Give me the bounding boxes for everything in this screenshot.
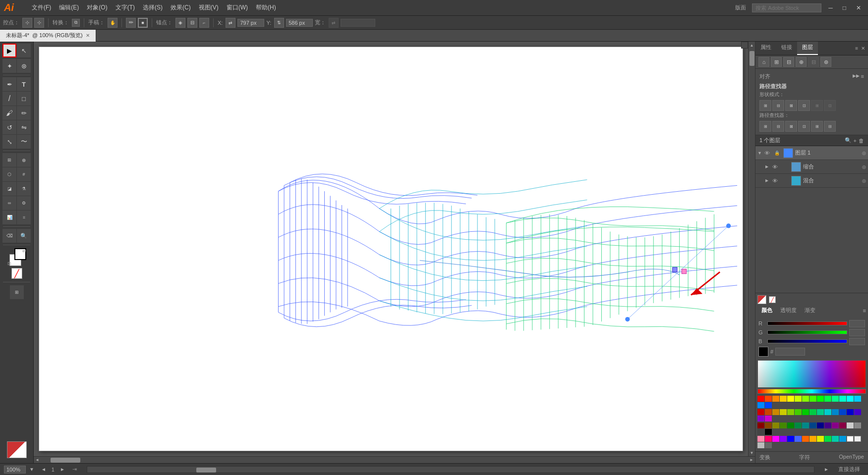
swatch-dark-spring[interactable] [810,409,816,415]
swap-colors-button[interactable]: ⇄ [22,248,26,253]
layer-expand-arrow[interactable]: ▼ [757,151,762,156]
ctrl-pencil[interactable]: ✏ [126,18,136,28]
w-value-input[interactable] [341,19,375,27]
shape-extra-button[interactable]: ⊡ [824,100,836,111]
horizontal-scrollbar[interactable]: ◄ ► [34,456,755,463]
ctrl-transform[interactable]: ⧉ [72,19,80,27]
tab-links[interactable]: 链接 [776,42,797,55]
tool-eyedrop-button[interactable]: ⚗ [17,182,31,196]
swatch-forest-green[interactable] [787,422,794,428]
subitem-blend-target[interactable]: ◎ [862,178,866,183]
color-tab[interactable]: 颜色 [757,306,776,315]
swatch-green-lime[interactable] [810,396,816,402]
subitem-blend-visibility[interactable]: 👁 [772,178,780,184]
swatch-spring[interactable] [832,396,839,402]
hex-value-input[interactable] [775,348,805,356]
scroll-thumb[interactable] [750,51,754,66]
menu-object[interactable]: 对象(O) [83,2,111,13]
h-scroll-thumb[interactable] [51,458,80,463]
canvas-area[interactable] [34,42,748,456]
gradient-tab[interactable]: 渐变 [801,306,819,315]
opacity-tab[interactable]: 透明度 [776,306,801,315]
layer-subitem-blend[interactable]: ▶ 👁 混合 ◎ [755,174,868,188]
subitem-blend-expand[interactable]: ▶ [765,178,770,183]
menu-window[interactable]: 窗口(W) [223,2,252,13]
swatch-blue[interactable] [765,402,772,408]
layers-search-icon[interactable]: 🔍 [845,137,852,144]
swatch-dark-red[interactable] [757,409,764,415]
pathfinder-crop-button[interactable]: ⊡ [798,121,810,132]
swatch-pink[interactable] [757,436,764,442]
none-color-button[interactable]: ╱ [11,268,22,279]
tab-close-button[interactable]: ✕ [86,33,90,38]
tool-direct-select-button[interactable]: ↖ [17,44,31,57]
swatch-extra6[interactable] [839,436,846,442]
swatch-light-gray[interactable] [847,422,854,428]
swatch-navy[interactable] [817,422,824,428]
color-panel-menu-icon[interactable]: ≡ [863,308,866,314]
tool-blend-button[interactable]: ∞ [2,196,16,210]
status-scroll-thumb[interactable] [196,468,216,473]
menu-effect[interactable]: 效果(C) [167,2,195,13]
swatch-maroon[interactable] [757,422,764,428]
swatch-purple[interactable] [757,416,764,422]
reset-colors-button[interactable]: ⊡ [7,261,11,266]
swatch-medium-blue[interactable] [839,409,846,415]
panel-tool-3[interactable]: ⊟ [783,57,794,67]
panel-close-icon[interactable]: ✕ [860,45,866,52]
swatch-royal-blue[interactable] [787,436,794,442]
layer-visibility-icon[interactable]: 👁 [764,150,772,156]
tool-free-transform-button[interactable]: ⊞ [2,153,16,167]
color-fill-stroke-indicator[interactable] [757,295,766,304]
swatch-violet[interactable] [780,436,787,442]
x-link[interactable]: ⇄ [226,18,235,28]
swatch-dark-teal-green[interactable] [795,422,802,428]
swatch-orange-red[interactable] [765,396,772,402]
swatch-extra1[interactable] [802,436,809,442]
panel-tool-6[interactable]: ⊛ [820,57,831,67]
swatch-yellow-green[interactable] [795,396,802,402]
menu-view[interactable]: 视图(V) [195,2,223,13]
swatch-green[interactable] [817,396,824,402]
align-expand-icon[interactable]: ▶▶ [853,73,860,79]
r-value-input[interactable] [849,320,865,327]
menu-text[interactable]: 文字(T) [112,2,139,13]
swatch-near-white[interactable] [854,436,861,442]
shape-intersect-button[interactable]: ⊠ [785,100,797,111]
g-value-input[interactable] [849,329,865,336]
tool-symbol-button[interactable]: ⚙ [17,196,31,210]
zoom-dropdown-button[interactable]: ▼ [28,467,36,472]
vertical-scrollbar[interactable]: ▲ ▼ [748,42,755,456]
subitem-expand[interactable]: ▶ [765,164,770,169]
tool-rect-button[interactable]: □ [17,92,31,106]
nav-end-button[interactable]: ⇥ [70,466,79,473]
swatch-brown[interactable] [765,422,772,428]
color-spectrum[interactable] [757,360,866,388]
layer-lock-icon[interactable]: 🔒 [774,151,781,156]
tool-slice-button[interactable]: ⌗ [17,211,31,224]
scroll-left-button[interactable]: ◄ [34,457,41,464]
ctrl-anchor-remove[interactable]: ⊟ [187,18,197,28]
ctrl-fill[interactable]: ■ [138,18,148,28]
swatch-teal-green[interactable] [817,409,824,415]
shape-exclude-button[interactable]: ⊡ [798,100,810,111]
scroll-right-button[interactable]: ► [748,457,755,464]
h-scroll-right-button[interactable]: ► [822,467,830,472]
control-point-1[interactable] [673,267,677,272]
pathfinder-merge-button[interactable]: ⊠ [785,121,797,132]
swatch-extra2[interactable] [810,436,816,442]
swatch-olive[interactable] [787,409,794,415]
tool-warp-button[interactable]: 〜 [17,135,31,149]
tool-rotate-button[interactable]: ↺ [2,120,16,134]
y-link[interactable]: ⇅ [274,18,284,28]
swatch-dark-indigo[interactable] [824,422,831,428]
zoom-input[interactable] [4,466,26,474]
ctrl-anchor-2[interactable]: ⊹ [34,18,44,28]
swatch-hot-pink[interactable] [765,436,772,442]
tool-select-button[interactable]: ▶ [2,44,16,57]
swatch-red[interactable] [757,396,764,402]
swatch-dark-yellow[interactable] [780,409,787,415]
tool-shape-builder-button[interactable]: ⊕ [17,153,31,167]
layers-delete-icon[interactable]: 🗑 [859,138,864,144]
document-tab[interactable]: 未标题-4* @ 100% (RGB/预览) ✕ [0,30,96,42]
